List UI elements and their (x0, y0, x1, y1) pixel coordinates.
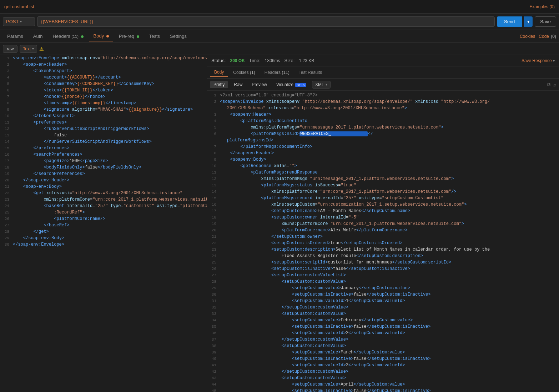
r-line-2: 2 <soapenv:Envelope xmlns:soapenv="http:… (207, 99, 559, 105)
r-line-20: 20 <platformCore:name>Alex Wolfe</platfo… (207, 227, 559, 233)
code-line-10: 10 </tokenPassport> (0, 113, 207, 119)
url-input[interactable] (37, 16, 495, 27)
tab-auth[interactable]: Auth (29, 31, 47, 41)
r-line-44: 44 <setupCustom:value>April</setupCustom… (207, 381, 559, 388)
r-line-35: 35 <setupCustom:isInactive>false</setupC… (207, 323, 559, 330)
code-line-13: 13 false (0, 132, 207, 139)
main-area: 1 <soap-env:Envelope xmlns:soap-env="htt… (0, 55, 559, 392)
code-line-21: 21 <soap-env:Body> (0, 184, 207, 190)
r-line-36: 36 <setupCustom:valueId>2</setupCustom:v… (207, 330, 559, 336)
raw-format-button[interactable]: Raw (230, 81, 246, 88)
resp-tab-cookies[interactable]: Cookies (1) (229, 68, 259, 77)
headers-dot (81, 35, 84, 38)
r-line-5: 5 xmlns:platformMsgs="urn:messages_2017_… (207, 124, 559, 131)
preview-button[interactable]: Preview (248, 81, 271, 88)
beta-badge: BETA (295, 83, 306, 87)
r-line-2b: 2001/XMLSchema" xmlns:xsi="http://www.w3… (207, 105, 559, 111)
code-line-19: 19 </searchPreferences> (0, 171, 207, 177)
code-line-23: 23 xmlns:platformCore="urn:core_2017_1.p… (0, 196, 207, 203)
url-bar: POST ▾ Send ▾ Save (0, 14, 559, 30)
format-action-icons: ⧉ ⌕ (547, 81, 556, 87)
r-line-17: 17 <setupCustom:name>FAM – Month Names</… (207, 208, 559, 214)
tab-tests[interactable]: Tests (145, 31, 164, 41)
code-line-6: 6 <token>{{TOKEN_ID}}</token> (0, 87, 207, 94)
r-line-23: 23 <setupCustom:description>Select List … (207, 246, 559, 253)
status-label: Status: (211, 58, 226, 63)
code-line-25: 25 :RecordRef"> (0, 209, 207, 216)
r-line-16: 16 xmlns:setupCustom="urn:customization_… (207, 201, 559, 208)
r-line-39: 39 <setupCustom:value>March</setupCustom… (207, 349, 559, 356)
r-line-40: 40 <setupCustom:isInactive>false</setupC… (207, 356, 559, 362)
headers-count: (11) (71, 34, 79, 39)
search-icon[interactable]: ⌕ (553, 82, 556, 87)
code-line-17: 17 <pageSize>1000</pageSize> (0, 158, 207, 164)
code-line-9: 9 <signature algorithm="HMAC-SHA1">{{sig… (0, 106, 207, 113)
raw-button[interactable]: raw (3, 45, 17, 53)
response-tabs: Body Cookies (1) Headers (11) Test Resul… (207, 66, 559, 79)
pretty-button[interactable]: Pretty (210, 81, 228, 88)
response-code-editor[interactable]: 1 <?xml version="1.0" encoding="UTF-8"?>… (207, 91, 559, 392)
body-dot (106, 35, 109, 37)
cookies-link[interactable]: Cookies (520, 34, 535, 39)
code-line-28: 28 </get> (0, 228, 207, 235)
copy-icon[interactable]: ⧉ (547, 81, 550, 87)
r-line-45: 45 <setupCustom:isInactive>false</setupC… (207, 388, 559, 392)
code-line-7: 7 <nonce>{{nonce}}</nonce> (0, 94, 207, 100)
r-line-26: 26 <setupCustom:isInactive>false</setupC… (207, 266, 559, 272)
r-line-42: 42 </setupCustom:customValue> (207, 368, 559, 375)
code-line-2: 2 <soap-env:Header> (0, 61, 207, 68)
tab-params[interactable]: Params (3, 31, 27, 41)
code-line-26: 26 <platformCore:name/> (0, 216, 207, 222)
xml-format-select[interactable]: XML ▾ (312, 81, 331, 89)
r-line-27: 27 <setupCustom:customValueList> (207, 272, 559, 278)
resp-tab-headers[interactable]: Headers (11) (260, 68, 294, 77)
r-line-8: 8 </soapenv:Header> (207, 150, 559, 156)
method-chevron-icon: ▾ (20, 20, 22, 24)
r-line-24: 24 Fixed Assests Register module</setupC… (207, 253, 559, 259)
r-line-6b: platformMsgs:nsId> (207, 137, 559, 144)
code-line-1: 1 <soap-env:Envelope xmlns:soap-env="htt… (0, 55, 207, 61)
code-line-5: 5 <consumerKey>{{CONSUMER_KEY}}</consume… (0, 81, 207, 87)
code-line-29: 29 </soap-env:Body> (0, 235, 207, 241)
visualize-button[interactable]: Visualize BETA (273, 81, 310, 88)
code-line-8: 8 <timestamp>{{timestamp}}</timestamp> (0, 100, 207, 106)
r-line-6: 6 <platformMsgs:nsId>WEBSERVICES_ </ (207, 131, 559, 137)
tab-headers[interactable]: Headers (11) (49, 31, 88, 41)
r-line-43: 43 <setupCustom:customValue> (207, 375, 559, 381)
tab-prereq[interactable]: Pre-req (115, 31, 143, 41)
examples-link[interactable]: Examples (0) (529, 4, 555, 9)
code-line-3: 3 <tokenPassport> (0, 68, 207, 74)
r-line-10: 10 <getResponse xmlns=""> (207, 163, 559, 169)
code-link[interactable]: Code (0) (539, 34, 556, 39)
r-line-32: 32 </setupCustom:customValue> (207, 304, 559, 311)
xml-chevron-icon: ▾ (326, 82, 327, 86)
tab-settings[interactable]: Settings (166, 31, 191, 41)
save-response-button[interactable]: Save Response ▾ (522, 58, 555, 63)
response-size: 1.23 KB (299, 58, 314, 63)
r-line-3: 3 <soapenv:Header> (207, 111, 559, 118)
method-select[interactable]: POST ▾ (3, 17, 35, 26)
response-panel: Status: 200 OK Time: 1806ms Size: 1.23 K… (207, 55, 559, 392)
r-line-7: 7 </platformMsgs:documentInfo> (207, 144, 559, 150)
text-type-select[interactable]: Text ▾ (20, 45, 37, 53)
code-line-20: 20 </soap-env:Header> (0, 177, 207, 184)
send-dropdown-button[interactable]: ▾ (524, 16, 533, 27)
tab-body[interactable]: Body (89, 31, 113, 41)
warning-icon: ⚠ (39, 46, 44, 52)
r-line-29: 29 <setupCustom:value>January</setupCust… (207, 285, 559, 291)
r-line-22: 22 <setupCustom:isOrdered>true</setupCus… (207, 240, 559, 246)
code-line-15: 15 </preferences> (0, 145, 207, 151)
resp-tab-test-results[interactable]: Test Results (294, 68, 326, 77)
raw-bar: raw Text ▾ ⚠ (0, 43, 559, 55)
tab-right-area: Cookies Code (0) (520, 34, 556, 39)
save-button[interactable]: Save (535, 16, 556, 27)
size-label: Size: (284, 58, 295, 63)
send-button[interactable]: Send (497, 16, 522, 27)
code-line-4: 4 <account>{{ACCOUNT}}</account> (0, 74, 207, 81)
request-editor[interactable]: 1 <soap-env:Envelope xmlns:soap-env="htt… (0, 55, 207, 392)
code-line-18: 18 <bodyFieldsOnly>false</bodyFieldsOnly… (0, 164, 207, 171)
status-code: 200 OK (230, 58, 245, 63)
resp-tab-body[interactable]: Body (210, 68, 228, 77)
r-line-34: 34 <setupCustom:value>February</setupCus… (207, 317, 559, 323)
r-line-1: 1 <?xml version="1.0" encoding="UTF-8"?> (207, 92, 559, 99)
